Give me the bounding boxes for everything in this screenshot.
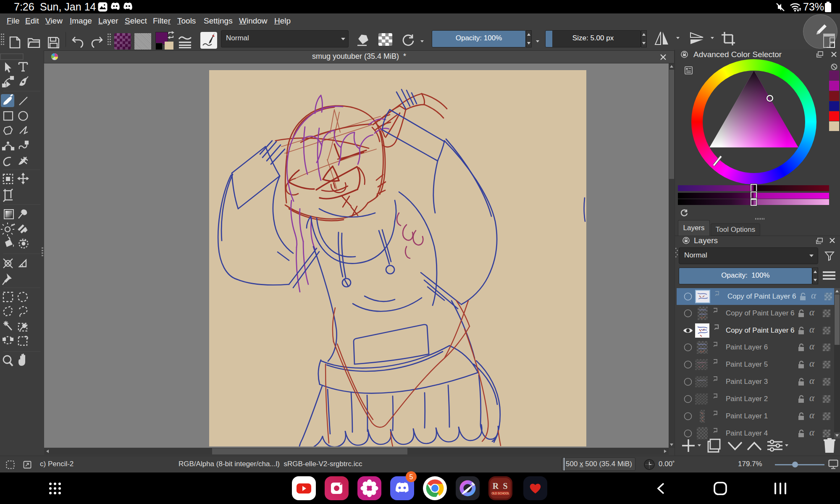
svg-text:5: 5: [410, 473, 413, 480]
svg-text:R: R: [493, 481, 499, 491]
svg-text:S: S: [503, 481, 507, 491]
svg-text:OLD SCHOOL: OLD SCHOOL: [491, 492, 509, 495]
